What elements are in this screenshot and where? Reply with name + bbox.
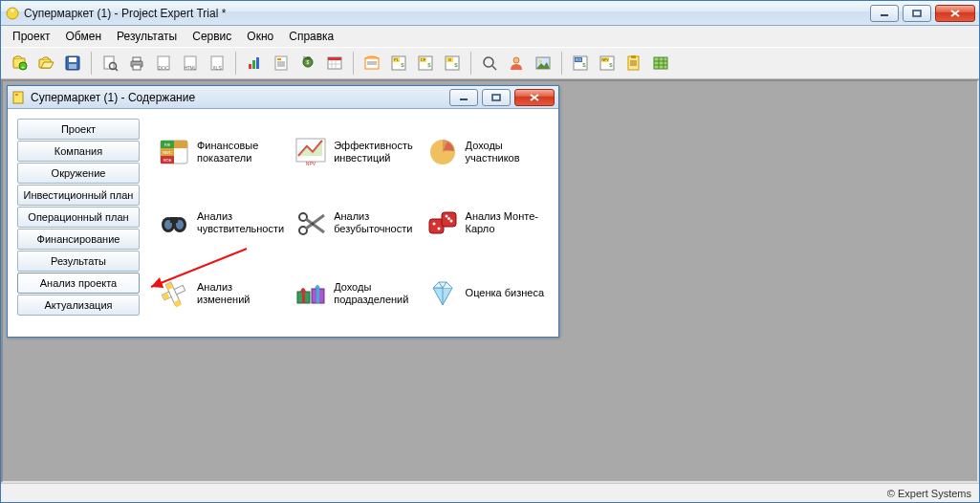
svg-point-54 bbox=[484, 57, 493, 67]
menu-service[interactable]: Сервис bbox=[185, 28, 239, 45]
svg-point-106 bbox=[447, 217, 450, 220]
tb-cashflow[interactable] bbox=[359, 51, 384, 76]
tb-save[interactable] bbox=[60, 51, 85, 76]
content-item-label: Анализ чувствительности bbox=[197, 210, 284, 235]
tab-investment-plan[interactable]: Инвестиционный план bbox=[17, 185, 140, 206]
svg-rect-78 bbox=[15, 94, 18, 96]
content-breakeven-analysis[interactable]: Анализ безубыточности bbox=[292, 189, 417, 256]
tab-financing[interactable]: Финансирование bbox=[17, 229, 140, 250]
svg-text:$180: $180 bbox=[303, 56, 311, 60]
svg-rect-25 bbox=[256, 57, 259, 69]
svg-point-103 bbox=[437, 228, 440, 230]
main-title: Супермаркет (1) - Project Expert Trial * bbox=[24, 7, 870, 20]
menu-results[interactable]: Результаты bbox=[109, 28, 185, 45]
scissors-icon bbox=[294, 206, 328, 240]
content-grid: P/ENWCROE Финансовые показатели NPV Эффе… bbox=[155, 119, 549, 327]
tb-roi[interactable]: ROI$ bbox=[568, 51, 593, 76]
tb-results[interactable] bbox=[621, 51, 646, 76]
tb-npv[interactable]: NPV$ bbox=[595, 51, 620, 76]
content-business-valuation[interactable]: Оценка бизнеса bbox=[424, 260, 549, 327]
minimize-button[interactable] bbox=[870, 5, 899, 22]
tab-results[interactable]: Результаты bbox=[17, 251, 140, 272]
svg-rect-23 bbox=[249, 64, 251, 69]
tb-new-project[interactable]: + bbox=[7, 51, 32, 76]
content-item-label: Доходы участников bbox=[466, 140, 547, 164]
tb-cost[interactable]: $$180 bbox=[295, 51, 320, 76]
child-maximize-button[interactable] bbox=[482, 89, 511, 106]
menu-exchange[interactable]: Обмен bbox=[58, 28, 110, 45]
toolbar: + DOC HTML XLS $$180 PL$ CF$ B$ ROI$ NPV… bbox=[1, 47, 979, 79]
tb-table[interactable] bbox=[648, 51, 673, 76]
tb-excel[interactable]: XLS bbox=[205, 51, 229, 76]
content-investment-efficiency[interactable]: NPV Эффективность инвестиций bbox=[292, 119, 417, 186]
tab-environment[interactable]: Окружение bbox=[17, 163, 140, 184]
tb-print[interactable] bbox=[124, 51, 149, 76]
menu-project[interactable]: Проект bbox=[5, 28, 58, 45]
tb-bs[interactable]: B$ bbox=[440, 51, 465, 76]
svg-point-99 bbox=[312, 223, 315, 226]
content-monte-carlo[interactable]: Анализ Монте-Карло bbox=[424, 189, 549, 256]
tab-company[interactable]: Компания bbox=[17, 141, 140, 162]
child-title: Супермаркет (1) - Содержание bbox=[31, 91, 449, 104]
toolbar-separator bbox=[353, 52, 354, 75]
svg-point-58 bbox=[539, 60, 542, 63]
content-item-label: Эффективность инвестиций bbox=[334, 140, 415, 164]
maximize-button[interactable] bbox=[903, 5, 931, 22]
main-window: Супермаркет (1) - Project Expert Trial *… bbox=[0, 0, 980, 503]
content-sensitivity-analysis[interactable]: Анализ чувствительности bbox=[155, 189, 286, 256]
tab-operating-plan[interactable]: Операционный план bbox=[17, 207, 140, 228]
svg-line-55 bbox=[492, 66, 496, 70]
svg-rect-113 bbox=[302, 292, 305, 303]
svg-text:NPV: NPV bbox=[601, 58, 609, 62]
efficiency-icon: NPV bbox=[294, 135, 328, 169]
tb-calendar[interactable] bbox=[322, 51, 347, 76]
toolbar-separator bbox=[91, 52, 92, 75]
svg-text:HTML: HTML bbox=[185, 66, 197, 71]
child-window-icon bbox=[11, 90, 27, 105]
child-minimize-button[interactable] bbox=[449, 89, 478, 106]
tab-project[interactable]: Проект bbox=[17, 119, 140, 140]
svg-text:NWC: NWC bbox=[163, 150, 172, 155]
tb-picture[interactable] bbox=[531, 51, 555, 76]
tb-user[interactable] bbox=[504, 51, 529, 76]
pie-icon bbox=[425, 135, 460, 169]
tab-project-analysis[interactable]: Анализ проекта bbox=[17, 273, 140, 294]
menu-help[interactable]: Справка bbox=[281, 28, 341, 45]
tb-content-list[interactable] bbox=[269, 51, 294, 76]
content-item-label: Финансовые показатели bbox=[197, 140, 284, 164]
tb-zoom[interactable] bbox=[477, 51, 502, 76]
svg-text:NPV: NPV bbox=[306, 161, 316, 166]
svg-rect-3 bbox=[913, 11, 921, 16]
tb-chart[interactable] bbox=[242, 51, 267, 76]
tb-preview[interactable] bbox=[98, 51, 122, 76]
tb-cf[interactable]: CF$ bbox=[413, 51, 438, 76]
svg-text:XLS: XLS bbox=[212, 65, 222, 71]
menu-window[interactable]: Окно bbox=[239, 28, 281, 45]
main-titlebar: Супермаркет (1) - Project Expert Trial * bbox=[1, 1, 979, 26]
side-tabs: Проект Компания Окружение Инвестиционный… bbox=[17, 119, 140, 327]
child-close-button[interactable] bbox=[514, 89, 555, 106]
content-participant-income[interactable]: Доходы участников bbox=[424, 119, 549, 186]
binoculars-icon bbox=[157, 206, 191, 240]
svg-text:PL: PL bbox=[394, 57, 400, 62]
content-change-analysis[interactable]: Анализ изменений bbox=[155, 260, 286, 327]
svg-point-105 bbox=[449, 220, 452, 223]
svg-rect-27 bbox=[277, 58, 281, 60]
close-button[interactable] bbox=[935, 5, 975, 22]
svg-rect-77 bbox=[13, 92, 23, 103]
svg-rect-35 bbox=[328, 57, 341, 60]
tb-html[interactable]: HTML bbox=[178, 51, 203, 76]
svg-text:B: B bbox=[448, 57, 451, 62]
tb-pl[interactable]: PL$ bbox=[386, 51, 411, 76]
tb-open-project[interactable] bbox=[33, 51, 58, 76]
tab-actualization[interactable]: Актуализация bbox=[17, 295, 140, 316]
content-item-label: Анализ Монте-Карло bbox=[466, 210, 547, 235]
tb-word[interactable]: DOC bbox=[151, 51, 176, 76]
child-window-controls bbox=[449, 89, 555, 106]
content-department-income[interactable]: Доходы подразделений bbox=[292, 260, 417, 327]
dice-icon bbox=[425, 206, 460, 240]
child-window-content: Супермаркет (1) - Содержание Проект Комп… bbox=[7, 85, 559, 338]
gifts-icon bbox=[294, 276, 328, 311]
toolbar-separator bbox=[561, 52, 562, 75]
content-financial-indicators[interactable]: P/ENWCROE Финансовые показатели bbox=[155, 119, 286, 186]
